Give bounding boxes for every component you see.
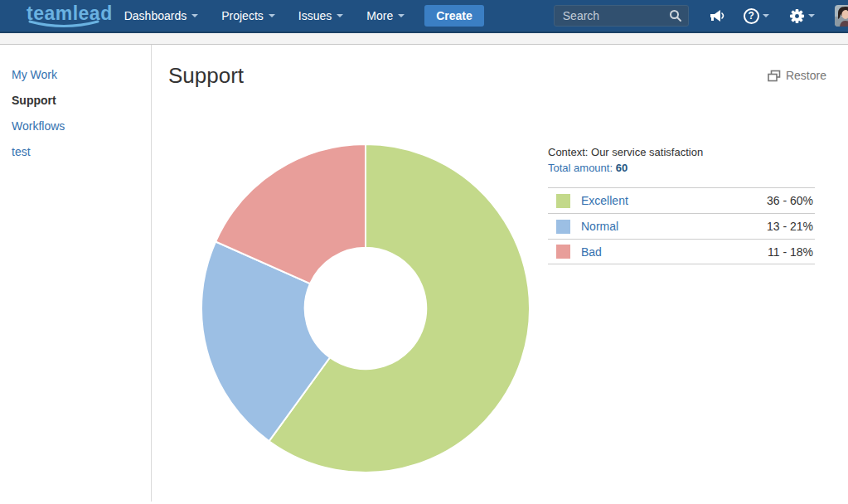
legend-swatch	[556, 194, 570, 208]
search-icon[interactable]	[669, 9, 682, 25]
create-button[interactable]: Create	[424, 5, 484, 27]
legend-row-bad: Bad 11 - 18%	[548, 239, 815, 264]
menu-issues-label: Issues	[298, 9, 332, 22]
avatar	[835, 5, 848, 27]
help-menu[interactable]: ?	[744, 8, 769, 24]
help-icon: ?	[744, 8, 759, 24]
legend-row-normal: Normal 13 - 21%	[548, 213, 815, 239]
total-value: 60	[616, 162, 628, 174]
menu-dashboards-label: Dashboards	[124, 9, 187, 22]
chart-legend: Context: Our service satisfaction Total …	[548, 146, 815, 264]
content-area: My Work Support Workflows test Support R…	[0, 45, 848, 502]
legend-value-bad: 11 - 18%	[768, 245, 813, 259]
user-menu[interactable]	[835, 5, 848, 27]
legend-row-excellent: Excellent 36 - 60%	[548, 187, 815, 213]
chevron-down-icon	[269, 14, 275, 17]
donut-chart[interactable]	[200, 143, 531, 474]
menu-projects-label: Projects	[221, 9, 264, 22]
dashboard-main: Support Restore Context: Our service sat…	[152, 45, 848, 502]
restore-icon	[768, 70, 781, 82]
chart-total-label: Total amount: 60	[548, 162, 815, 174]
legend-label-normal[interactable]: Normal	[581, 220, 618, 233]
chart-context-label: Context: Our service satisfaction	[548, 146, 815, 158]
restore-label: Restore	[786, 69, 826, 82]
menu-dashboards[interactable]: Dashboards	[113, 9, 211, 22]
legend-label-bad[interactable]: Bad	[581, 245, 602, 259]
settings-menu[interactable]	[789, 8, 815, 24]
legend-swatch	[556, 245, 570, 259]
legend-swatch	[556, 220, 570, 234]
legend-value-excellent: 36 - 60%	[767, 194, 813, 207]
total-label-text: Total amount:	[548, 162, 613, 174]
restore-button[interactable]: Restore	[768, 69, 826, 82]
chevron-down-icon	[337, 14, 343, 17]
announcement-icon[interactable]	[709, 8, 725, 23]
menu-projects[interactable]: Projects	[210, 9, 287, 22]
menu-issues[interactable]: Issues	[287, 9, 355, 22]
sidebar-item-workflows[interactable]: Workflows	[12, 119, 151, 133]
legend-table: Excellent 36 - 60% Normal 13 - 21% Bad 1…	[548, 187, 815, 264]
chevron-down-icon	[191, 14, 198, 17]
menu-more[interactable]: More	[355, 9, 416, 22]
page-top-strip	[0, 33, 848, 45]
chevron-down-icon	[808, 14, 815, 17]
dashboard-sidebar: My Work Support Workflows test	[0, 45, 152, 502]
chevron-down-icon	[763, 14, 769, 17]
logo-swoosh	[27, 20, 100, 29]
legend-label-excellent[interactable]: Excellent	[581, 194, 628, 207]
menu-more-label: More	[366, 9, 393, 22]
sidebar-item-support[interactable]: Support	[12, 94, 151, 107]
sidebar-item-my-work[interactable]: My Work	[12, 68, 151, 81]
gear-icon	[789, 8, 805, 24]
chevron-down-icon	[398, 14, 405, 17]
sidebar-item-test[interactable]: test	[12, 145, 151, 158]
app-logo[interactable]: teamlead	[27, 5, 113, 27]
legend-value-normal: 13 - 21%	[767, 220, 813, 233]
page-title: Support	[168, 63, 244, 89]
search-box	[554, 5, 689, 27]
top-navbar: teamlead Dashboards Projects Issues More…	[0, 0, 848, 33]
